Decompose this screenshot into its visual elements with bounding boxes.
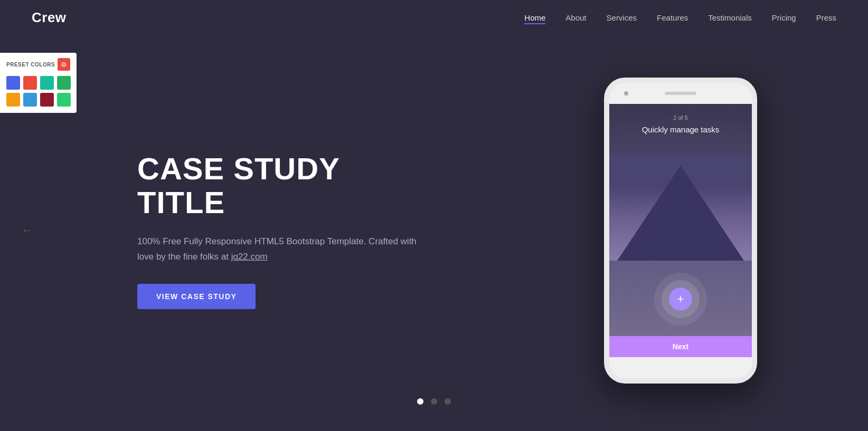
phone-mockup: 2 of 5 Quickly manage tasks + Next — [604, 78, 762, 384]
preset-gear-button[interactable]: ⚙ — [58, 58, 70, 71]
color-swatch-1[interactable] — [6, 76, 20, 90]
phone-screen: 2 of 5 Quickly manage tasks + Next — [609, 104, 752, 357]
carousel-prev-button[interactable]: ← — [21, 224, 33, 237]
nav-item-home[interactable]: Home — [524, 13, 545, 23]
hero-title: CASE STUDY TITLE — [137, 152, 433, 219]
phone-mountain-bg — [609, 155, 752, 261]
carousel-dot-2[interactable] — [431, 398, 437, 405]
color-grid — [6, 76, 70, 107]
carousel-dot-3[interactable] — [445, 398, 451, 405]
hero-section: ← CASE STUDY TITLE 100% Free Fully Respo… — [0, 35, 868, 426]
nav-link-services[interactable]: Services — [607, 13, 637, 22]
color-swatch-8[interactable] — [57, 93, 71, 107]
nav-link-home[interactable]: Home — [524, 13, 545, 24]
navbar: Crew Home About Services Features Testim… — [0, 0, 868, 35]
hero-link[interactable]: jq22.com — [231, 252, 268, 262]
phone-bottom-bar — [609, 357, 752, 378]
nav-item-press[interactable]: Press — [816, 13, 836, 23]
phone-screen-title: Quickly manage tasks — [620, 125, 741, 134]
color-swatch-4[interactable] — [57, 76, 71, 90]
phone-action-button-mid: + — [662, 280, 700, 318]
phone-camera-icon — [624, 91, 628, 95]
phone-screen-content: 2 of 5 Quickly manage tasks — [609, 104, 752, 155]
nav-item-testimonials[interactable]: Testimonials — [708, 13, 752, 23]
phone-add-icon[interactable]: + — [669, 288, 692, 311]
phone-speaker — [665, 92, 696, 95]
color-swatch-3[interactable] — [40, 76, 54, 90]
phone-frame: 2 of 5 Quickly manage tasks + Next — [604, 78, 757, 384]
nav-item-about[interactable]: About — [565, 13, 586, 23]
preset-header: PRESET COLORS ⚙ — [6, 58, 70, 71]
carousel-dot-1[interactable] — [417, 398, 423, 405]
preset-colors-panel: PRESET COLORS ⚙ — [0, 53, 77, 113]
preset-label: PRESET COLORS — [6, 62, 55, 68]
nav-link-testimonials[interactable]: Testimonials — [708, 13, 752, 22]
carousel-dots — [417, 398, 451, 405]
cta-button[interactable]: VIEW CASE STUDY — [137, 284, 256, 309]
color-swatch-7[interactable] — [40, 93, 54, 107]
nav-link-press[interactable]: Press — [816, 13, 836, 22]
phone-notch — [609, 83, 752, 104]
color-swatch-6[interactable] — [23, 93, 37, 107]
hero-content: CASE STUDY TITLE 100% Free Fully Respons… — [137, 152, 433, 309]
logo: Crew — [32, 9, 67, 26]
hero-description: 100% Free Fully Responsive HTML5 Bootstr… — [137, 234, 433, 265]
color-swatch-5[interactable] — [6, 93, 20, 107]
nav-item-services[interactable]: Services — [607, 13, 637, 23]
phone-step-indicator: 2 of 5 — [620, 114, 741, 121]
nav-link-features[interactable]: Features — [657, 13, 688, 22]
phone-next-button[interactable]: Next — [609, 336, 752, 357]
mountain-shape-main — [617, 166, 744, 261]
phone-action-button-outer[interactable]: + — [654, 273, 707, 325]
nav-link-about[interactable]: About — [565, 13, 586, 22]
nav-links: Home About Services Features Testimonial… — [524, 13, 836, 23]
nav-item-features[interactable]: Features — [657, 13, 688, 23]
color-swatch-2[interactable] — [23, 76, 37, 90]
nav-link-pricing[interactable]: Pricing — [772, 13, 796, 22]
nav-item-pricing[interactable]: Pricing — [772, 13, 796, 23]
